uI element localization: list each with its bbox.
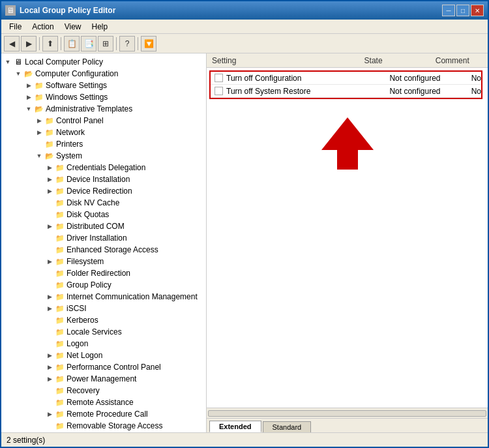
folder-icon-iscsi	[55, 304, 65, 313]
expander-credentials-delegation[interactable]	[44, 162, 55, 173]
tree-node-kerberos[interactable]: Kerberos	[1, 314, 206, 326]
maximize-button[interactable]: □	[456, 5, 469, 16]
expander-local-policy[interactable]	[3, 57, 13, 67]
tree-node-iscsi[interactable]: iSCSI	[1, 303, 206, 314]
tab-extended[interactable]: Extended	[209, 421, 261, 432]
tree-node-removable-storage[interactable]: Removable Storage Access	[1, 420, 206, 432]
tree-node-printers[interactable]: Printers	[1, 138, 206, 150]
show-hide-button[interactable]: 📋	[64, 36, 80, 52]
folder-icon-disk-quotas	[55, 210, 65, 219]
label-computer-config: Computer Configuration	[35, 69, 118, 78]
horizontal-scrollbar[interactable]	[207, 408, 488, 418]
menu-file[interactable]: File	[4, 21, 27, 33]
col-header-state: State	[362, 53, 433, 67]
tree-node-device-installation[interactable]: Device Installation	[1, 173, 206, 185]
tree-node-enhanced-storage[interactable]: Enhanced Storage Access	[1, 244, 206, 256]
tree-node-group-policy[interactable]: Group Policy	[1, 279, 206, 291]
toolbar-separator-1	[39, 37, 40, 50]
up-button[interactable]: ⬆	[42, 36, 58, 52]
folder-icon-admin-templates	[34, 104, 44, 113]
tree-node-performance-control[interactable]: Performance Control Panel	[1, 361, 206, 373]
status-text: 2 setting(s)	[7, 436, 45, 445]
expander-software-settings[interactable]	[23, 80, 34, 91]
expander-admin-templates[interactable]	[23, 104, 34, 114]
col-header-setting: Setting	[209, 53, 362, 67]
folder-icon-windows-settings	[34, 93, 44, 102]
back-button[interactable]: ◀	[4, 36, 20, 52]
toolbar: ◀ ▶ ⬆ 📋 📑 ⊞ ? 🔽	[1, 34, 488, 53]
close-button[interactable]: ✕	[471, 5, 484, 16]
tree-node-internet-comm[interactable]: Internet Communication Management	[1, 291, 206, 303]
menu-view[interactable]: View	[59, 21, 87, 33]
tree-node-filesystem[interactable]: Filesystem	[1, 256, 206, 267]
menu-help[interactable]: Help	[87, 21, 113, 33]
expander-power-management[interactable]	[44, 374, 55, 384]
main-window: 🖥 Local Group Policy Editor ─ □ ✕ File A…	[0, 0, 489, 448]
expander-network[interactable]	[34, 127, 44, 138]
tree-node-device-redirection[interactable]: Device Redirection	[1, 185, 206, 197]
expander-remote-procedure[interactable]	[44, 409, 55, 419]
policy-icon-1	[215, 87, 223, 95]
tree-node-software-settings[interactable]: Software Settings	[1, 80, 206, 91]
column-headers: Setting State Comment	[207, 53, 488, 68]
table-row-1[interactable]: Turn off System Restore Not configured N…	[211, 85, 481, 98]
expander-computer-config[interactable]	[13, 68, 23, 79]
expander-device-redirection[interactable]	[44, 186, 55, 196]
folder-icon-network	[44, 128, 55, 137]
tree-node-admin-templates[interactable]: Administrative Templates	[1, 103, 206, 115]
folder-icon-filesystem	[55, 257, 65, 266]
tree-node-control-panel[interactable]: Control Panel	[1, 115, 206, 127]
expander-distributed-com[interactable]	[44, 221, 55, 231]
tree-node-remote-procedure[interactable]: Remote Procedure Call	[1, 408, 206, 420]
cell-comment-1: No	[471, 87, 481, 96]
tree-node-remote-assistance[interactable]: Remote Assistance	[1, 396, 206, 408]
tree-node-net-logon[interactable]: Net Logon	[1, 350, 206, 361]
tree-node-folder-redirection[interactable]: Folder Redirection	[1, 267, 206, 279]
tree-node-recovery[interactable]: Recovery	[1, 385, 206, 396]
tree-node-driver-installation[interactable]: Driver Installation	[1, 232, 206, 244]
tree-node-power-management[interactable]: Power Management	[1, 373, 206, 385]
expander-windows-settings[interactable]	[23, 92, 34, 102]
folder-icon-power-management	[55, 374, 65, 383]
col-header-comment: Comment	[433, 53, 488, 67]
folder-icon-removable-storage	[55, 421, 65, 430]
tree-node-windows-settings[interactable]: Windows Settings	[1, 91, 206, 103]
main-area: 🖥 Local Computer Policy Computer Configu…	[1, 53, 488, 432]
expander-net-logon[interactable]	[44, 350, 55, 361]
cell-state-1: Not configured	[389, 87, 471, 96]
folder-icon-device-redirection	[55, 187, 65, 196]
help-button[interactable]: ?	[119, 36, 135, 52]
tree-node-credentials-delegation[interactable]: Credentials Delegation	[1, 162, 206, 173]
tree-node-disk-quotas[interactable]: Disk Quotas	[1, 209, 206, 220]
properties-button[interactable]: 📑	[81, 36, 96, 52]
expander-device-installation[interactable]	[44, 174, 55, 185]
menu-action[interactable]: Action	[27, 21, 59, 33]
tree-node-locale-services[interactable]: Locale Services	[1, 326, 206, 338]
folder-icon-performance-control	[55, 363, 65, 372]
tree-node-logon[interactable]: Logon	[1, 338, 206, 350]
label-removable-storage: Removable Storage Access	[67, 421, 162, 430]
minimize-button[interactable]: ─	[442, 5, 455, 16]
expander-internet-comm[interactable]	[44, 291, 55, 302]
expander-performance-control[interactable]	[44, 362, 55, 372]
scroll-track[interactable]	[208, 410, 486, 417]
filter-button[interactable]: 🔽	[141, 36, 156, 52]
bottom-tabs: Extended Standard	[207, 418, 488, 432]
tree-node-disk-nv-cache[interactable]: Disk NV Cache	[1, 197, 206, 209]
tree-node-distributed-com[interactable]: Distributed COM	[1, 220, 206, 232]
tree-node-network[interactable]: Network	[1, 127, 206, 138]
folder-icon-folder-redirection	[55, 269, 65, 278]
expander-system[interactable]	[34, 151, 44, 161]
tab-standard[interactable]: Standard	[263, 421, 312, 432]
forward-button[interactable]: ▶	[21, 36, 37, 52]
expander-iscsi[interactable]	[44, 303, 55, 314]
tree-node-local-policy[interactable]: 🖥 Local Computer Policy	[1, 56, 206, 68]
expander-control-panel[interactable]	[34, 115, 44, 126]
cell-setting-0: Turn off Configuration	[226, 74, 389, 83]
folder-icon-device-installation	[55, 175, 65, 184]
new-window-button[interactable]: ⊞	[98, 36, 113, 52]
tree-node-computer-config[interactable]: Computer Configuration	[1, 68, 206, 80]
table-row-0[interactable]: Turn off Configuration Not configured No	[211, 72, 481, 85]
expander-filesystem[interactable]	[44, 256, 55, 267]
tree-node-system[interactable]: System	[1, 150, 206, 162]
